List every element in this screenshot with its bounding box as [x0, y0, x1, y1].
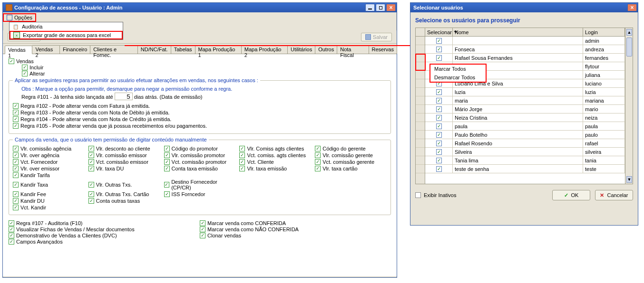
row-checkbox[interactable]: [436, 158, 442, 163]
row-checkbox[interactable]: [436, 106, 442, 112]
titlebar-sel[interactable]: Selecionar usuários ×: [410, 3, 638, 12]
checkbox-exibir-inativos[interactable]: [415, 192, 421, 198]
checkbox-field[interactable]: [13, 146, 19, 151]
checkbox-regra102[interactable]: [13, 103, 19, 109]
checkbox-field[interactable]: [88, 159, 94, 165]
checkbox-extra[interactable]: [9, 226, 14, 232]
scroll-up-icon[interactable]: ▲: [626, 29, 632, 36]
tab-outros[interactable]: Outros: [315, 45, 337, 54]
checkbox-field[interactable]: [164, 152, 170, 158]
titlebar-main[interactable]: Configuração de acessos - Usuário : Admi…: [3, 3, 397, 12]
checkbox-regra105[interactable]: [13, 123, 19, 129]
checkbox-field[interactable]: [13, 205, 19, 210]
checkbox-field[interactable]: [13, 191, 19, 197]
checkbox-field[interactable]: [315, 166, 321, 171]
vertical-scrollbar[interactable]: ▲ ▼: [625, 28, 633, 184]
table-row[interactable]: Rafael Rosendorafael: [425, 139, 625, 148]
menu-item-exportar-excel[interactable]: Exportar grade de acessos para excel: [10, 31, 123, 39]
checkbox-field[interactable]: [239, 166, 245, 171]
checkbox-vendas[interactable]: [9, 58, 14, 64]
checkbox-regra104[interactable]: [13, 116, 19, 122]
close-button[interactable]: ×: [386, 4, 396, 11]
checkbox-field[interactable]: [88, 182, 94, 188]
tab-utilit-rios[interactable]: Utilitários: [287, 45, 315, 54]
tab-clientes-e-fornec-[interactable]: Clientes e Fornec.: [90, 45, 138, 54]
row-checkbox[interactable]: [436, 38, 442, 44]
row-checkbox[interactable]: [436, 115, 442, 121]
table-row[interactable]: Mário Jorgemario: [425, 105, 625, 113]
checkbox-field[interactable]: [88, 146, 94, 151]
cancel-button[interactable]: ✕ Cancelar: [595, 190, 633, 200]
checkbox-field[interactable]: [164, 159, 170, 165]
table-row[interactable]: Tania limatania: [425, 156, 625, 165]
checkbox-extra[interactable]: [200, 233, 205, 238]
row-checkbox[interactable]: [436, 98, 442, 104]
minimize-button[interactable]: [365, 4, 375, 11]
checkbox-field[interactable]: [13, 166, 19, 171]
checkbox-incluir[interactable]: [22, 65, 28, 70]
checkbox-regra103[interactable]: [13, 110, 19, 115]
checkbox-extra[interactable]: [200, 226, 205, 232]
scroll-thumb[interactable]: [626, 38, 632, 57]
table-row[interactable]: Silveirasilveira: [425, 148, 625, 156]
checkbox-field[interactable]: [239, 152, 245, 158]
checkbox-extra[interactable]: [9, 239, 14, 245]
tab-nota-fiscal[interactable]: Nota Fiscal: [337, 45, 369, 54]
tab-financeiro[interactable]: Financeiro: [59, 45, 90, 54]
tab-reservas[interactable]: Reservas: [369, 45, 397, 54]
checkbox-field[interactable]: [13, 172, 19, 178]
checkbox-field[interactable]: [88, 152, 94, 158]
tab-nd-nc-fat-[interactable]: ND/NC/Fat.: [137, 45, 171, 54]
row-checkbox[interactable]: [436, 123, 442, 129]
checkbox-field[interactable]: [13, 152, 19, 158]
table-row[interactable]: Fonsecaandreza: [425, 45, 625, 54]
checkbox-field[interactable]: [13, 159, 19, 165]
menu-opcoes[interactable]: Opções: [3, 13, 36, 22]
regra101-input[interactable]: [115, 93, 133, 100]
row-checkbox[interactable]: [436, 47, 442, 52]
row-checkbox[interactable]: [436, 132, 442, 138]
close-button-sel[interactable]: ×: [627, 4, 637, 11]
scroll-down-icon[interactable]: ▼: [626, 176, 632, 183]
checkbox-field[interactable]: [164, 166, 170, 171]
checkbox-field[interactable]: [88, 191, 94, 197]
tab-vendas-1[interactable]: Vendas 1: [5, 46, 32, 54]
maximize-button[interactable]: [376, 4, 385, 11]
table-row[interactable]: Rafael Sousa Fernandesfernandes: [425, 54, 625, 62]
tab-tabelas[interactable]: Tabelas: [171, 45, 195, 54]
checkbox-extra[interactable]: [200, 220, 205, 226]
checkbox-field[interactable]: [315, 152, 321, 158]
row-checkbox[interactable]: [436, 55, 442, 61]
salvar-button[interactable]: Salvar: [361, 33, 392, 41]
col-nome[interactable]: Nome: [453, 28, 583, 36]
menu-item-auditoria[interactable]: Auditoria: [10, 22, 123, 31]
row-checkbox[interactable]: [436, 89, 442, 95]
table-row[interactable]: luzialuzia: [425, 88, 625, 96]
col-login[interactable]: Login: [583, 28, 625, 36]
row-checkbox[interactable]: [436, 149, 442, 155]
checkbox-field[interactable]: [315, 146, 321, 151]
checkbox-field[interactable]: [13, 198, 19, 204]
row-checkbox[interactable]: [436, 166, 442, 172]
checkbox-field[interactable]: [88, 166, 94, 171]
checkbox-extra[interactable]: [9, 233, 14, 238]
checkbox-field[interactable]: [13, 182, 19, 188]
checkbox-field[interactable]: [164, 191, 170, 197]
checkbox-field[interactable]: [164, 146, 170, 151]
tab-mapa-produ-o-1[interactable]: Mapa Produção 1: [195, 45, 242, 54]
table-row[interactable]: admin: [425, 37, 625, 45]
tab-mapa-produ-o-2[interactable]: Mapa Produção 2: [241, 45, 288, 54]
tab-vendas-2[interactable]: Vendas 2: [32, 45, 59, 54]
ctx-desmarcar-todos[interactable]: Desmarcar Todos: [430, 73, 486, 82]
checkbox-field[interactable]: [239, 159, 245, 165]
checkbox-field[interactable]: [164, 182, 170, 188]
checkbox-field[interactable]: [88, 198, 94, 204]
checkbox-extra[interactable]: [9, 220, 14, 226]
checkbox-alterar[interactable]: [22, 71, 28, 76]
table-row[interactable]: Neiza Cristinaneiza: [425, 113, 625, 122]
ok-button[interactable]: ✓ OK: [552, 190, 590, 200]
ctx-marcar-todos[interactable]: Marcar Todos: [430, 65, 486, 73]
table-row[interactable]: Paulo Botelhopaulo: [425, 131, 625, 139]
col-selecionar[interactable]: Selecionar: [425, 28, 453, 36]
table-row[interactable]: teste de senhateste: [425, 165, 625, 173]
